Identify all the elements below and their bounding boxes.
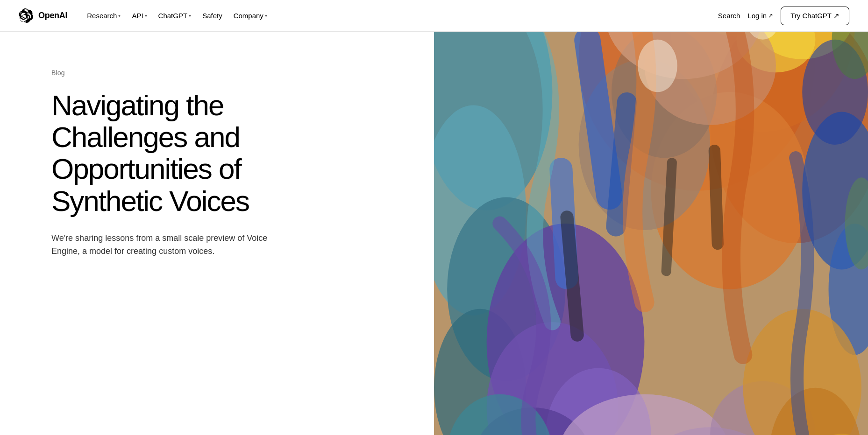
nav-item-api[interactable]: API ▾ xyxy=(127,9,151,22)
hero-section: Blog Navigating the Challenges and Oppor… xyxy=(0,32,868,435)
external-link-icon: ↗ xyxy=(768,12,773,19)
hero-headline: Navigating the Challenges and Opportunit… xyxy=(51,90,322,217)
nav-link-company[interactable]: Company ▾ xyxy=(229,9,272,22)
login-link[interactable]: Log in ↗ xyxy=(747,12,773,20)
hero-image xyxy=(434,32,868,435)
main-nav: OpenAI Research ▾ API ▾ ChatGPT ▾ xyxy=(0,0,868,32)
blog-label: Blog xyxy=(51,69,406,77)
hero-subtext: We're sharing lessons from a small scale… xyxy=(51,232,285,258)
nav-item-safety[interactable]: Safety xyxy=(198,9,227,22)
nav-link-api[interactable]: API ▾ xyxy=(127,9,151,22)
logo-text: OpenAI xyxy=(38,11,67,21)
try-chatgpt-button[interactable]: Try ChatGPT ↗ xyxy=(781,7,849,25)
openai-logo-icon xyxy=(19,8,34,23)
chevron-down-icon: ▾ xyxy=(145,13,147,18)
chevron-down-icon: ▾ xyxy=(118,13,121,18)
chevron-down-icon: ▾ xyxy=(265,13,267,18)
nav-item-company[interactable]: Company ▾ xyxy=(229,9,272,22)
search-button[interactable]: Search xyxy=(718,9,740,22)
nav-link-chatgpt[interactable]: ChatGPT ▾ xyxy=(154,9,196,22)
chevron-down-icon: ▾ xyxy=(189,13,191,18)
svg-point-39 xyxy=(638,40,677,92)
nav-links-list: Research ▾ API ▾ ChatGPT ▾ Safety xyxy=(82,9,272,22)
external-link-icon: ↗ xyxy=(833,12,840,20)
logo-link[interactable]: OpenAI xyxy=(19,8,67,23)
nav-link-safety[interactable]: Safety xyxy=(198,9,227,22)
nav-item-research[interactable]: Research ▾ xyxy=(82,9,125,22)
nav-link-research[interactable]: Research ▾ xyxy=(82,9,125,22)
nav-item-chatgpt[interactable]: ChatGPT ▾ xyxy=(154,9,196,22)
nav-actions: Search Log in ↗ Try ChatGPT ↗ xyxy=(718,7,849,25)
hero-text: Blog Navigating the Challenges and Oppor… xyxy=(0,32,434,435)
